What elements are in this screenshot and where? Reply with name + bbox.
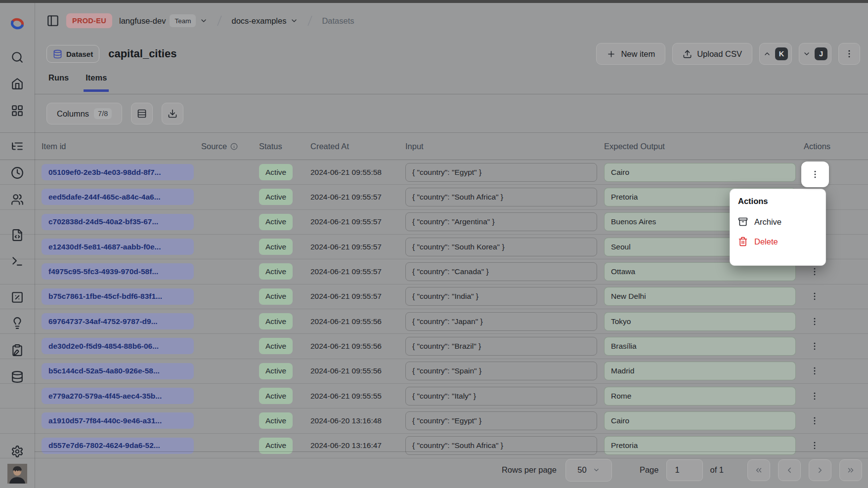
table-header-row: Item id Source Status Created At Input E… [0, 132, 868, 160]
user-avatar[interactable] [7, 464, 27, 484]
row-actions-button[interactable] [805, 312, 825, 331]
environment-badge[interactable]: PROD-EU [66, 13, 112, 28]
chevrons-left-icon [754, 466, 763, 475]
breadcrumb-separator [305, 14, 315, 27]
tab-divider [35, 94, 868, 94]
langfuse-logo [8, 15, 26, 33]
org-plan-badge: Team [170, 14, 196, 27]
expected-output-box[interactable]: Cairo [604, 163, 796, 182]
input-value-box[interactable]: { "country": "Spain" } [405, 362, 597, 380]
cell-created-at: 2024-06-21 09:55:56 [310, 342, 405, 351]
cell-status: Active [259, 263, 310, 280]
search-icon[interactable] [11, 51, 24, 64]
item-id-badge[interactable]: 05109ef0-2e3b-4e03-98dd-8f7... [42, 164, 194, 180]
page-number-input[interactable] [666, 459, 703, 481]
next-item-button[interactable]: J [799, 43, 831, 65]
item-id-badge[interactable]: f4975c95-5fc3-4939-970d-58f... [42, 263, 194, 280]
upload-icon [683, 49, 692, 59]
row-actions-button-open[interactable] [801, 162, 829, 187]
previous-page-button[interactable] [778, 459, 801, 481]
breadcrumb-project[interactable]: docs-examples [231, 16, 298, 26]
row-actions-button[interactable] [805, 386, 825, 406]
cell-input: { "country": "Canada" } [405, 262, 604, 281]
cell-input: { "country": "Brazil" } [405, 337, 604, 356]
kebab-menu-icon [810, 416, 820, 426]
row-actions-button[interactable] [805, 411, 825, 431]
item-id-badge[interactable]: de30d2e0-f5d9-4854-88b6-06... [42, 338, 194, 354]
upload-csv-button[interactable]: Upload CSV [672, 43, 752, 65]
input-value-box[interactable]: { "country": "Italy" } [405, 387, 597, 406]
row-actions-button[interactable] [805, 336, 825, 356]
first-page-button[interactable] [747, 459, 770, 481]
input-value-box[interactable]: { "country": "Egypt" } [405, 411, 597, 430]
item-id-badge[interactable]: eed5dafe-244f-465c-a84c-4a6... [42, 189, 194, 205]
breadcrumb-section[interactable]: Datasets [322, 16, 354, 26]
item-id-badge[interactable]: c702838d-24d5-40a2-bf35-67... [42, 214, 194, 230]
tab-runs[interactable]: Runs [46, 73, 71, 92]
sidebar-toggle-icon[interactable] [46, 14, 59, 27]
input-value-box[interactable]: { "country": "Canada" } [405, 262, 597, 281]
row-actions-button[interactable] [805, 286, 825, 306]
page-total-label: of 1 [710, 465, 724, 475]
breadcrumb-organization[interactable]: langfuse-dev Team [119, 14, 208, 27]
cell-item-id: c702838d-24d5-40a2-bf35-67... [42, 214, 201, 230]
item-id-badge[interactable]: e12430df-5e81-4687-aabb-f0e... [42, 239, 194, 255]
expected-output-box[interactable]: Cairo [604, 411, 796, 430]
cell-item-id: b75c7861-1fbe-45cf-bdf6-83f1... [42, 288, 201, 305]
cell-status: Active [259, 338, 310, 354]
cell-item-id: eed5dafe-244f-465c-a84c-4a6... [42, 189, 201, 205]
input-value-box[interactable]: { "country": "Japan" } [405, 312, 597, 331]
input-value-box[interactable]: { "country": "Argentina" } [405, 212, 597, 231]
expected-output-box[interactable]: Brasília [604, 337, 796, 356]
expected-output-box[interactable]: Tokyo [604, 312, 796, 331]
table-row: e779a270-579a-4f45-aec4-35b...Active2024… [0, 384, 868, 408]
input-value-box[interactable]: { "country": "India" } [405, 287, 597, 306]
page-title: capital_cities [108, 47, 176, 60]
item-id-badge[interactable]: a1910d57-7f84-440c-9e46-a31... [42, 412, 194, 429]
menu-item-delete[interactable]: Delete [737, 232, 819, 251]
input-value-box[interactable]: { "country": "South Korea" } [405, 238, 597, 256]
item-id-badge[interactable]: b75c7861-1fbe-45cf-bdf6-83f1... [42, 288, 194, 305]
expected-output-box[interactable]: Madrid [604, 362, 796, 380]
columns-button[interactable]: Columns 7/8 [46, 103, 122, 124]
row-actions-button[interactable] [805, 361, 825, 381]
home-icon[interactable] [11, 77, 24, 90]
kebab-menu-icon [844, 49, 854, 59]
row-height-button[interactable] [131, 103, 153, 124]
expected-output-box[interactable]: New Delhi [604, 287, 796, 306]
column-header-status: Status [259, 142, 310, 151]
chevron-down-icon [593, 466, 600, 474]
cell-actions [804, 386, 868, 406]
input-value-box[interactable]: { "country": "Egypt" } [405, 163, 597, 182]
expected-output-box[interactable]: Rome [604, 387, 796, 406]
cell-status: Active [259, 288, 310, 305]
last-page-button[interactable] [839, 459, 862, 481]
entity-label: Dataset [66, 50, 93, 58]
item-id-badge[interactable]: 69764737-34af-4752-9787-d9... [42, 313, 194, 329]
item-id-badge[interactable]: b5c144cd-52a5-4a80-926e-58... [42, 363, 194, 379]
status-badge: Active [259, 239, 293, 255]
next-page-button[interactable] [809, 459, 831, 481]
header-more-actions-button[interactable] [838, 43, 860, 65]
cell-created-at: 2024-06-21 09:55:56 [310, 366, 405, 375]
column-header-input: Input [405, 142, 604, 151]
table-row: de30d2e0-f5d9-4854-88b6-06...Active2024-… [0, 334, 868, 359]
cell-item-id: e779a270-579a-4f45-aec4-35b... [42, 388, 201, 404]
input-value-box[interactable]: { "country": "South Africa" } [405, 188, 597, 206]
item-id-badge[interactable]: e779a270-579a-4f45-aec4-35b... [42, 388, 194, 404]
menu-item-archive[interactable]: Archive [737, 212, 819, 232]
new-item-button[interactable]: New item [596, 43, 665, 65]
column-header-actions: Actions [804, 142, 868, 151]
export-button[interactable] [162, 103, 183, 124]
table-row: a1910d57-7f84-440c-9e46-a31...Active2024… [0, 408, 868, 433]
prev-item-button[interactable]: K [759, 43, 792, 65]
kebab-menu-icon [810, 317, 820, 326]
chevron-left-icon [785, 466, 794, 475]
dashboard-icon[interactable] [11, 104, 24, 117]
rows-per-page-select[interactable]: 50 [565, 459, 612, 482]
cell-expected-output: New Delhi [604, 287, 804, 306]
tab-items[interactable]: Items [84, 73, 109, 92]
input-value-box[interactable]: { "country": "Brazil" } [405, 337, 597, 356]
cell-status: Active [259, 164, 310, 180]
status-badge: Active [259, 388, 293, 404]
